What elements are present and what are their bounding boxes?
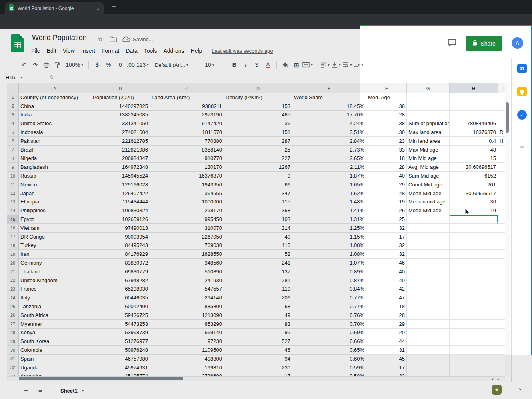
cell-E14[interactable]: 1.41% — [292, 206, 366, 215]
cell-E29[interactable]: 0.66% — [292, 337, 366, 346]
cell-E11[interactable]: 1.65% — [292, 180, 366, 189]
cell-E10[interactable]: 1.87% — [292, 172, 366, 180]
cell-G25[interactable] — [407, 302, 450, 311]
row-header-6[interactable]: 6 — [7, 137, 19, 146]
cell-F26[interactable]: 28 — [366, 311, 407, 320]
cell-D17[interactable]: 40 — [224, 233, 292, 241]
cell-F12[interactable]: 48 — [366, 189, 407, 198]
row-header-9[interactable]: 9 — [7, 163, 19, 172]
cell-D13[interactable]: 115 — [224, 198, 292, 207]
cell-E22[interactable]: 0.87% — [292, 276, 366, 285]
fill-handle[interactable] — [496, 222, 499, 225]
cell-H18[interactable] — [450, 241, 498, 250]
cell-I1[interactable] — [498, 93, 505, 102]
cell-A2[interactable]: China — [19, 102, 91, 111]
fill-color-icon[interactable] — [280, 60, 291, 70]
cell-H11[interactable]: 201 — [450, 180, 498, 189]
cell-F6[interactable]: 23 — [366, 137, 407, 146]
cell-C10[interactable]: 16376870 — [150, 172, 224, 180]
cell-H24[interactable] — [450, 293, 498, 302]
cell-H2[interactable] — [450, 102, 498, 111]
cell-C31[interactable]: 498800 — [150, 355, 224, 363]
cell-D6[interactable]: 287 — [224, 137, 292, 146]
cell-A13[interactable]: Ethiopia — [19, 198, 91, 207]
cell-I29[interactable] — [498, 337, 505, 346]
cell-H1[interactable] — [450, 93, 498, 102]
menu-format[interactable]: Format — [98, 46, 122, 55]
row-header-28[interactable]: 28 — [7, 329, 19, 337]
cell-C13[interactable]: 1000000 — [150, 198, 224, 207]
decrease-decimals-button[interactable]: .0 — [114, 60, 125, 70]
new-tab-button[interactable]: + — [110, 3, 118, 11]
cell-C21[interactable]: 510890 — [150, 267, 224, 276]
cell-A30[interactable]: Colombia — [19, 346, 91, 355]
cell-C18[interactable]: 769630 — [150, 241, 224, 250]
menu-edit[interactable]: Edit — [44, 46, 60, 55]
cell-E20[interactable]: 1.07% — [292, 259, 366, 267]
calendar-icon[interactable]: 31 — [517, 64, 527, 73]
sheet-tab-sheet1[interactable]: Sheet1 ▾ — [54, 382, 90, 399]
cell-C29[interactable]: 97230 — [150, 337, 224, 346]
more-formats-button[interactable]: 123▾ — [136, 60, 149, 70]
cell-H5[interactable]: 16376870 — [450, 128, 498, 137]
cell-E30[interactable]: 0.65% — [292, 346, 366, 355]
cell-C30[interactable]: 1109500 — [150, 346, 224, 355]
cell-F29[interactable]: 44 — [366, 337, 407, 346]
vertical-align-icon[interactable]: ▾ — [330, 60, 342, 70]
cell-H30[interactable] — [450, 346, 498, 355]
scroll-right-icon[interactable]: ▸ — [498, 377, 500, 381]
cell-I11[interactable] — [498, 180, 505, 189]
cell-B26[interactable]: 59436725 — [91, 311, 150, 320]
cell-D14[interactable]: 368 — [224, 206, 292, 215]
avatar[interactable]: A — [512, 37, 523, 49]
cell-I21[interactable] — [498, 267, 505, 276]
cell-I9[interactable] — [498, 163, 505, 172]
cell-E25[interactable]: 0.77% — [292, 302, 366, 311]
format-percent-button[interactable]: % — [103, 60, 114, 70]
cell-A21[interactable]: Thailand — [19, 267, 91, 276]
cell-I25[interactable] — [498, 302, 505, 311]
cell-G18[interactable] — [407, 241, 450, 250]
cell-C16[interactable]: 310070 — [150, 224, 224, 233]
cell-F14[interactable]: 26 — [366, 206, 407, 215]
cell-I19[interactable] — [498, 250, 505, 259]
cell-B17[interactable]: 90003954 — [91, 233, 150, 241]
cell-I16[interactable] — [498, 224, 505, 233]
cell-H26[interactable] — [450, 311, 498, 320]
cell-G4[interactable]: Sum of population — [407, 119, 450, 128]
cell-E5[interactable]: 3.51% — [292, 128, 366, 137]
cell-C7[interactable]: 8358140 — [150, 146, 224, 154]
cell-G13[interactable]: Median mid age — [407, 198, 450, 207]
cell-C15[interactable]: 995450 — [150, 215, 224, 224]
tasks-icon[interactable]: ✓ — [517, 110, 527, 120]
row-header-16[interactable]: 16 — [7, 224, 19, 233]
cell-G3[interactable] — [407, 111, 450, 120]
cell-G14[interactable]: Mode Mid age — [407, 206, 450, 215]
cell-I8[interactable] — [498, 154, 505, 163]
row-header-19[interactable]: 19 — [7, 250, 19, 259]
row-header-30[interactable]: 30 — [7, 346, 19, 355]
increase-decimals-button[interactable]: .00 — [125, 60, 136, 70]
cell-H9[interactable]: 30.60696517 — [450, 163, 498, 172]
cell-D18[interactable]: 110 — [224, 241, 292, 250]
cell-D5[interactable]: 151 — [224, 128, 292, 137]
cell-G30[interactable] — [407, 346, 450, 355]
cell-F3[interactable]: 28 — [366, 111, 407, 120]
cell-G15[interactable] — [407, 215, 450, 224]
cell-B5[interactable]: 274021604 — [91, 128, 150, 137]
add-sheet-icon[interactable]: + — [21, 385, 31, 396]
cell-G27[interactable] — [407, 320, 450, 329]
cell-F28[interactable]: 20 — [366, 329, 407, 337]
horizontal-scrollbar-thumb[interactable] — [19, 377, 183, 380]
cell-E9[interactable]: 2.11% — [292, 163, 366, 172]
row-header-1[interactable]: 1 — [7, 93, 19, 102]
row-header-17[interactable]: 17 — [7, 233, 19, 241]
merge-cells-icon[interactable]: ▾ — [302, 60, 313, 70]
cell-H8[interactable]: 15 — [450, 154, 498, 163]
cell-C1[interactable]: Land Area (Km²) — [150, 93, 224, 102]
cell-I24[interactable] — [498, 293, 505, 302]
cell-A20[interactable]: Germany — [19, 259, 91, 267]
cell-G8[interactable]: Min Mid age — [407, 154, 450, 163]
cell-A12[interactable]: Japan — [19, 189, 91, 198]
row-header-3[interactable]: 3 — [7, 111, 19, 120]
